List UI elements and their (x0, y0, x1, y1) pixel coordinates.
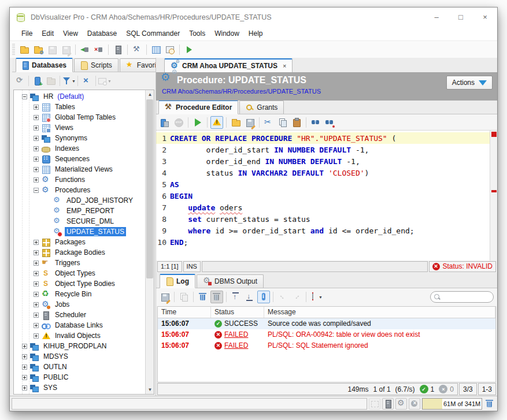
expand-plus-icon[interactable] (34, 157, 39, 162)
code-area[interactable]: 1CREATE OR REPLACE PROCEDURE "HR"."UPDAT… (156, 131, 490, 261)
tree-item-update-status[interactable]: UPDATE_STATUS (14, 226, 145, 237)
column-header-status[interactable]: Status (211, 307, 264, 318)
find-replace-button[interactable] (323, 116, 336, 129)
expand-plus-icon[interactable] (34, 333, 39, 339)
actions-button[interactable]: Actions (446, 76, 493, 90)
tab-close-icon[interactable]: × (283, 62, 286, 69)
expand-plus-icon[interactable] (34, 302, 39, 307)
expand-plus-icon[interactable] (34, 167, 39, 172)
save-procedure-button[interactable] (158, 116, 171, 129)
expand-plus-icon[interactable] (34, 105, 39, 110)
error-marker-line7[interactable] (491, 190, 497, 192)
expand-plus-icon[interactable] (22, 375, 27, 380)
highlight-errors-button[interactable] (210, 116, 223, 129)
expand-plus-icon[interactable] (34, 271, 39, 276)
expand-plus-icon[interactable] (34, 125, 39, 131)
collapse-all-button[interactable] (80, 75, 93, 87)
tab-databases[interactable]: Databases (16, 58, 73, 72)
expand-plus-icon[interactable] (22, 354, 27, 359)
dropdown-arrow-icon[interactable]: ▼ (319, 295, 323, 299)
code-line-7[interactable]: 7 update oders (156, 202, 490, 213)
row-height-options-button[interactable]: ▼ (309, 291, 322, 303)
settings-gear-button[interactable] (395, 398, 407, 410)
menu-window[interactable]: Window (210, 28, 244, 39)
memory-gauge[interactable]: 61M of 341M (422, 398, 482, 410)
expand-plus-icon[interactable] (34, 240, 39, 245)
expand-plus-icon[interactable] (34, 281, 39, 287)
log-row[interactable]: 15:06:07✕FAILEDPL/SQL: ORA-00942: table … (158, 329, 495, 340)
tree-item-scheduler[interactable]: Scheduler (14, 310, 145, 320)
error-marker-top[interactable] (491, 132, 497, 137)
clear-log-button[interactable] (197, 291, 209, 303)
code-line-6[interactable]: 6BEGIN (156, 190, 490, 202)
tree-item-procedures[interactable]: Procedures (14, 185, 145, 195)
tab-log[interactable]: Log (160, 274, 195, 288)
tree-item-outln[interactable]: OUTLN (14, 362, 145, 372)
expand-plus-icon[interactable] (34, 136, 39, 141)
code-line-2[interactable]: 2 order_id_start IN NUMBER DEFAULT -1, (156, 144, 490, 155)
dropdown-arrow-icon[interactable]: ▼ (108, 79, 112, 83)
paste-button[interactable] (290, 116, 303, 129)
collapse-minus-icon[interactable] (34, 188, 39, 193)
expand-plus-icon[interactable] (34, 261, 39, 266)
column-header-message[interactable]: Message (264, 307, 495, 318)
scrollbar-thumb[interactable] (146, 99, 153, 278)
tab-grants[interactable]: Grants (239, 101, 284, 114)
tree-scrollbar[interactable]: ▲ ▼ (145, 90, 154, 394)
code-line-9[interactable]: 9 where id >= order_id_start and id <= o… (156, 225, 490, 236)
code-line-10[interactable]: 10END; (156, 236, 490, 248)
export-log-button[interactable] (158, 291, 171, 303)
code-line-4[interactable]: 4 status IN VARCHAR2 DEFAULT 'CLOSED') (156, 167, 490, 179)
close-button[interactable]: × (473, 8, 497, 27)
tree-item-global-temp-tables[interactable]: Global Temp Tables (14, 112, 145, 122)
tree-item-kihub-prodplan[interactable]: KIHUB_PRODPLAN (14, 341, 145, 351)
tree-item-public[interactable]: PUBLIC (14, 372, 145, 382)
bookmark-run-button[interactable] (183, 43, 195, 56)
scroll-up-icon[interactable]: ▲ (146, 90, 154, 99)
menu-database[interactable]: Database (83, 28, 121, 39)
tree-item-object-type-bodies[interactable]: Object Type Bodies (14, 278, 145, 289)
code-line-3[interactable]: 3 order_id_end IN NUMBER DEFAULT -1, (156, 155, 490, 167)
find-button[interactable] (309, 116, 322, 129)
tree-item-jobs[interactable]: Jobs (14, 299, 145, 310)
folder-settings-button[interactable]: ⚙ (32, 43, 45, 56)
open-folder-button[interactable] (18, 43, 31, 56)
code-line-5[interactable]: 5AS (156, 179, 490, 190)
log-search-input[interactable] (442, 293, 489, 300)
tree-item-hr[interactable]: HR(Default) (14, 91, 145, 102)
log-row[interactable]: 15:06:07✓SUCCESSSource code was compiled… (158, 318, 495, 329)
menu-file[interactable]: File (17, 28, 37, 39)
expand-plus-icon[interactable] (34, 115, 39, 120)
save-as-file-button[interactable] (243, 116, 256, 129)
code-editor[interactable]: 1CREATE OR REPLACE PROCEDURE "HR"."UPDAT… (156, 131, 497, 261)
expand-plus-icon[interactable] (34, 146, 39, 151)
refresh-button[interactable] (13, 75, 26, 87)
tree-item-materialized-views[interactable]: Materialized Views (14, 164, 145, 174)
menu-tools[interactable]: Tools (184, 28, 210, 39)
tree-item-sys[interactable]: SYS (14, 382, 145, 393)
expand-plus-icon[interactable] (34, 177, 39, 183)
tree-item-emp-report[interactable]: EMP_REPORT (14, 206, 145, 216)
cut-button[interactable] (262, 116, 275, 129)
create-connection-button[interactable] (31, 75, 44, 87)
scroll-down-icon[interactable]: ▼ (146, 385, 154, 394)
expand-plus-icon[interactable] (34, 313, 39, 318)
log-row[interactable]: 15:06:07✕FAILEDPL/SQL: SQL Statement ign… (158, 340, 495, 351)
code-line-1[interactable]: 1CREATE OR REPLACE PROCEDURE "HR"."UPDAT… (156, 132, 490, 144)
open-file-button[interactable] (230, 116, 242, 129)
copy-button[interactable] (276, 116, 289, 129)
tree-item-database-links[interactable]: Database Links (14, 320, 145, 330)
expand-plus-icon[interactable] (34, 292, 39, 297)
monitor-clock-button[interactable] (164, 43, 176, 56)
tree-item-sequences[interactable]: Sequences (14, 154, 145, 164)
tab-scripts[interactable]: Scripts (74, 58, 119, 72)
column-header-time[interactable]: Time (158, 307, 211, 318)
tree-item-add-job-history[interactable]: ADD_JOB_HISTORY (14, 195, 145, 206)
tree-item-packages[interactable]: Packages (14, 237, 145, 247)
clear-all-log-button[interactable] (210, 291, 223, 303)
tool-properties-button[interactable] (131, 43, 143, 56)
tree-item-mdsys[interactable]: MDSYS (14, 351, 145, 362)
tab-dbms-output[interactable]: DBMS Output (197, 274, 264, 288)
execute-button[interactable] (191, 116, 204, 129)
tree-item-invalid-objects[interactable]: Invalid Objects (14, 330, 145, 341)
